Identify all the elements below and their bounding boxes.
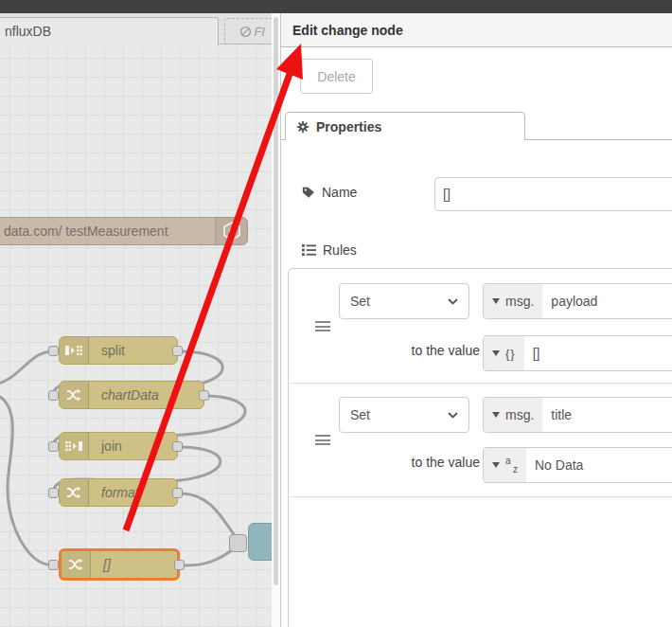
gear-icon: [296, 120, 309, 134]
node-port[interactable]: [48, 390, 59, 401]
msg-prefix: msg.: [505, 407, 534, 422]
msg-prefix: msg.: [505, 294, 534, 309]
chevron-down-icon: [448, 412, 458, 419]
value-type-button[interactable]: a z: [484, 448, 526, 482]
list-icon: [302, 243, 316, 257]
edit-tray: Edit change node Delete Properties Name: [280, 13, 672, 627]
rule-action-value: Set: [350, 294, 370, 309]
node-chartdata[interactable]: chartData: [59, 381, 204, 409]
rule-divider: [290, 496, 672, 497]
disabled-flow-icon: [239, 26, 252, 38]
node-format[interactable]: format: [59, 478, 178, 507]
node-port[interactable]: [48, 488, 59, 498]
properties-tab-label: Properties: [316, 119, 381, 134]
string-type-icon: a z: [505, 457, 518, 473]
property-type-button[interactable]: msg.: [484, 398, 542, 432]
rule-value[interactable]: No Data: [526, 448, 583, 482]
node-port[interactable]: [172, 488, 183, 498]
rule-property-input[interactable]: msg. title: [483, 397, 672, 433]
tab-properties[interactable]: Properties: [285, 112, 525, 140]
node-label: split: [89, 343, 125, 358]
node-brackets-selected[interactable]: []: [59, 548, 180, 581]
vertical-scrollbar[interactable]: [274, 17, 278, 585]
node-port[interactable]: [174, 560, 185, 570]
name-label-row: Name: [302, 185, 357, 200]
property-type-button[interactable]: msg.: [484, 284, 542, 318]
app-header-bar: [0, 0, 672, 13]
drag-handle-icon[interactable]: [315, 321, 330, 334]
change-icon: [60, 382, 89, 408]
value-type-button[interactable]: {}: [484, 336, 524, 370]
to-the-value-label: to the value: [342, 455, 480, 470]
tag-icon: [302, 186, 315, 199]
disabled-flow-label: Fl: [255, 25, 265, 39]
workspace-tab-bar: nfluxDB Fl: [0, 13, 272, 45]
tray-header: Edit change node: [281, 13, 672, 47]
to-the-value-label: to the value: [342, 343, 480, 358]
tray-title: Edit change node: [281, 13, 672, 38]
property-value[interactable]: title: [542, 398, 572, 432]
name-label: Name: [322, 185, 357, 200]
node-port[interactable]: [48, 441, 59, 452]
rule-value-input[interactable]: a z No Data: [483, 447, 672, 483]
rule-action-select[interactable]: Set: [339, 397, 469, 433]
tab-disabled-flow[interactable]: Fl: [224, 18, 272, 45]
node-port[interactable]: [48, 560, 59, 570]
caret-down-icon: [492, 412, 500, 418]
influxdb-out-node[interactable]: data.com/ testMeasurement: [0, 217, 248, 245]
delete-button[interactable]: Delete: [300, 59, 373, 94]
rules-label: Rules: [323, 242, 357, 258]
influxdb-node-label: data.com/ testMeasurement: [0, 224, 215, 239]
json-type-icon: {}: [505, 347, 516, 361]
change-icon: [62, 551, 91, 578]
node-split[interactable]: split: [59, 336, 178, 365]
node-port[interactable]: [48, 346, 59, 356]
change-icon: [60, 479, 89, 506]
rule-action-select[interactable]: Set: [339, 283, 469, 319]
rule-value-input[interactable]: {} []: [483, 335, 672, 371]
node-port[interactable]: [172, 346, 183, 356]
node-port[interactable]: [199, 390, 209, 401]
node-label: join: [89, 439, 122, 454]
rule-action-value: Set: [350, 407, 370, 422]
name-input[interactable]: [434, 177, 672, 211]
flow-workspace[interactable]: nfluxDB Fl data.com/ testMeasurement: [0, 13, 272, 627]
chevron-down-icon: [448, 298, 458, 305]
node-label: chartData: [89, 387, 159, 403]
rule-property-input[interactable]: msg. payload: [483, 283, 672, 319]
drag-handle-icon[interactable]: [315, 435, 330, 448]
rule-value[interactable]: []: [524, 336, 540, 370]
split-icon: [60, 337, 89, 364]
node-port[interactable]: [229, 534, 247, 552]
tab-influxdb[interactable]: nfluxDB: [0, 17, 219, 45]
rule-divider: [290, 383, 672, 384]
node-label: format: [89, 485, 139, 500]
caret-down-icon: [492, 298, 500, 304]
rules-label-row: Rules: [302, 242, 357, 258]
node-port[interactable]: [172, 441, 183, 452]
workspace-scrollbar-gutter: [272, 13, 280, 627]
node-chart-teal[interactable]: [248, 523, 272, 561]
caret-down-icon: [492, 350, 500, 356]
property-value[interactable]: payload: [542, 284, 597, 318]
rules-list: Set msg. payload to the value {} []: [288, 268, 672, 627]
node-label: []: [91, 557, 111, 572]
influxdb-icon: [215, 218, 247, 244]
join-icon: [60, 433, 89, 459]
node-join[interactable]: join: [59, 432, 178, 460]
caret-down-icon: [492, 462, 500, 468]
